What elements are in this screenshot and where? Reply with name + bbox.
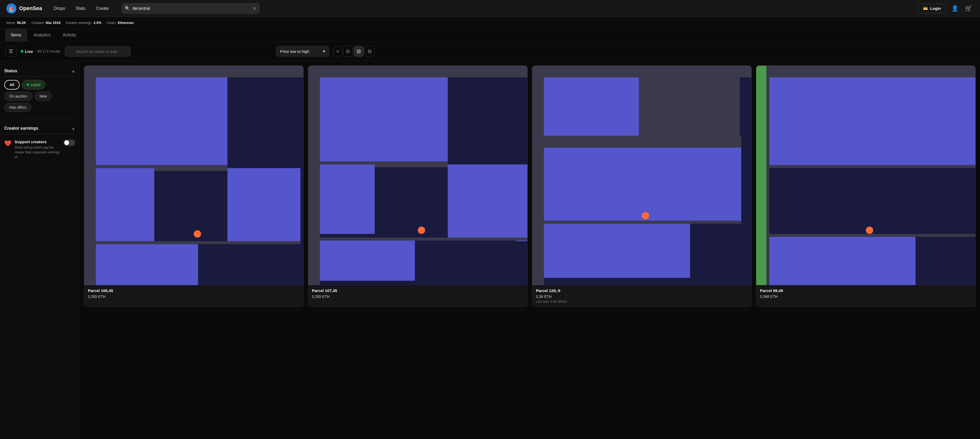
status-section: Status ▲ All Listed On auction New Has o… <box>4 65 75 116</box>
nav-create[interactable]: Create <box>92 4 113 13</box>
nft-name-2: Parcel 128,-9 <box>536 288 748 293</box>
trait-search-input[interactable] <box>65 46 130 57</box>
creator-earnings-label: Creator earnings <box>4 126 38 131</box>
nav-actions: 💳 Login 👤 🛒 <box>917 3 974 14</box>
status-section-header[interactable]: Status ▲ <box>4 65 75 77</box>
svg-rect-33 <box>544 147 741 220</box>
svg-rect-10 <box>198 244 301 285</box>
svg-rect-39 <box>756 65 767 285</box>
creator-earnings-chevron-icon: ▲ <box>72 126 75 131</box>
support-creators-title: Support creators <box>14 139 60 144</box>
svg-rect-30 <box>639 77 683 136</box>
nft-price-0: 0,355 ETH <box>88 294 300 299</box>
creator-earnings-section: Creator earnings ▲ ❤️ Support creators S… <box>4 123 75 166</box>
nft-image-3 <box>756 65 975 285</box>
toggle-slider <box>64 139 75 146</box>
listed-dot-icon <box>27 84 29 86</box>
search-input[interactable] <box>122 3 259 14</box>
chevron-up-icon: ▲ <box>72 69 75 73</box>
live-dot-icon <box>21 50 23 53</box>
nft-card[interactable]: Parcel 106,45 0,355 ETH <box>84 65 304 307</box>
svg-rect-6 <box>154 168 227 171</box>
svg-rect-1 <box>84 65 303 77</box>
svg-rect-47 <box>915 237 975 285</box>
navbar: ⛵ OpenSea Drops Stats Create 🔍 ✕ 💳 Login… <box>0 0 980 17</box>
svg-rect-14 <box>308 65 527 77</box>
svg-rect-18 <box>320 164 375 234</box>
nft-price-2: 0,36 ETH <box>536 294 748 299</box>
nft-card[interactable]: Parcel 107,45 0,355 ETH <box>308 65 528 307</box>
nft-card[interactable]: Parcel 89,49 0,368 ETH <box>756 65 976 307</box>
nav-stats[interactable]: Stats <box>72 4 89 13</box>
svg-rect-11 <box>228 168 301 241</box>
created-label: Created <box>31 21 43 25</box>
view-list-button[interactable]: ≡ <box>333 46 342 57</box>
status-section-label: Status <box>4 69 17 73</box>
filter-toggle-button[interactable]: ☰ <box>5 46 16 57</box>
status-on-auction-button[interactable]: On auction <box>4 92 32 101</box>
svg-rect-24 <box>415 241 516 281</box>
svg-rect-31 <box>683 77 740 136</box>
svg-rect-20 <box>378 168 448 238</box>
grid-area: Parcel 106,45 0,355 ETH <box>80 61 980 439</box>
view-grid-2-button[interactable]: ⊞ <box>343 46 353 57</box>
search-clear-icon[interactable]: ✕ <box>253 6 256 11</box>
live-label: Live <box>25 49 33 54</box>
nft-grid: Parcel 106,45 0,355 ETH <box>84 65 976 307</box>
profile-icon-button[interactable]: 👤 <box>950 3 960 14</box>
support-creators-toggle[interactable] <box>64 139 75 146</box>
tab-items[interactable]: Items <box>5 29 27 42</box>
dot-1: · <box>29 21 29 25</box>
svg-rect-7 <box>157 171 227 241</box>
status-new-button[interactable]: New <box>35 92 52 101</box>
svg-rect-36 <box>690 224 741 278</box>
nft-price-1: 0,355 ETH <box>312 294 524 299</box>
logo[interactable]: ⛵ OpenSea <box>6 3 42 14</box>
sort-dropdown[interactable]: Price low to high ▾ <box>276 46 329 57</box>
results-count: 98.173 results <box>37 49 60 53</box>
dot-2: · <box>63 21 64 25</box>
svg-rect-29 <box>544 77 639 136</box>
svg-rect-21 <box>448 164 527 241</box>
svg-rect-22 <box>320 238 527 241</box>
live-badge: Live <box>21 49 33 54</box>
svg-rect-41 <box>770 65 975 77</box>
svg-rect-16 <box>320 77 448 161</box>
svg-rect-2 <box>84 77 96 285</box>
svg-rect-19 <box>375 164 448 168</box>
tabs-bar: Items Analytics Activity <box>0 29 980 42</box>
login-button[interactable]: 💳 Login <box>917 4 947 13</box>
svg-rect-44 <box>770 168 975 234</box>
tab-analytics[interactable]: Analytics <box>28 29 56 42</box>
creator-earnings-value: 2.5% <box>94 21 102 25</box>
nft-image-1 <box>308 65 527 285</box>
items-label: Items <box>6 21 15 25</box>
svg-rect-43 <box>770 165 975 168</box>
status-all-button[interactable]: All <box>4 80 20 89</box>
creator-earnings-label: Creator earnings <box>66 21 92 25</box>
nav-drops[interactable]: Drops <box>49 4 70 13</box>
tab-activity[interactable]: Activity <box>57 29 82 42</box>
login-icon: 💳 <box>923 6 928 11</box>
dot-3: · <box>103 21 105 25</box>
search-icon: 🔍 <box>125 6 130 11</box>
creator-earnings-header[interactable]: Creator earnings ▲ <box>4 123 75 134</box>
view-grid-4-button[interactable]: ⊠ <box>365 46 374 57</box>
created-value: Mar 2018 <box>46 21 60 25</box>
nft-name-0: Parcel 106,45 <box>88 288 300 293</box>
nft-image-0 <box>84 65 303 285</box>
global-search: 🔍 ✕ <box>122 3 259 14</box>
listed-label: Listed <box>30 83 40 87</box>
chevron-down-icon: ▾ <box>323 49 325 54</box>
cart-icon-button[interactable]: 🛒 <box>963 3 974 14</box>
status-has-offers-button[interactable]: Has offers <box>4 103 31 112</box>
nft-last-sale-2: Last sale: 4.4K MANA <box>536 300 748 303</box>
nft-name-1: Parcel 107,45 <box>312 288 524 293</box>
status-listed-button[interactable]: Listed <box>22 80 45 89</box>
nft-info-1: Parcel 107,45 0,355 ETH <box>308 285 527 302</box>
status-buttons: All Listed On auction New Has offers <box>4 80 75 116</box>
nft-info-0: Parcel 106,45 0,355 ETH <box>84 285 303 302</box>
nft-card[interactable]: Parcel 128,-9 0,36 ETH Last sale: 4.4K M… <box>532 65 752 307</box>
view-grid-3-button[interactable]: ⊟ <box>354 46 364 57</box>
svg-rect-23 <box>320 241 415 281</box>
